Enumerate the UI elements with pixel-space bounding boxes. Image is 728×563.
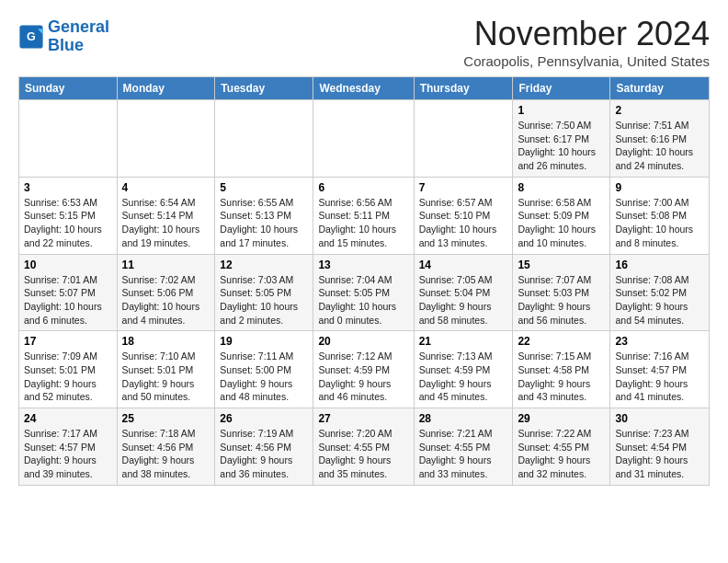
calendar-cell: 6Sunrise: 6:56 AM Sunset: 5:11 PM Daylig… xyxy=(313,177,414,254)
day-detail: Sunrise: 7:17 AM Sunset: 4:57 PM Dayligh… xyxy=(24,427,112,481)
day-detail: Sunrise: 7:51 AM Sunset: 6:16 PM Dayligh… xyxy=(615,119,704,173)
day-detail: Sunrise: 7:09 AM Sunset: 5:01 PM Dayligh… xyxy=(24,350,112,404)
day-header-saturday: Saturday xyxy=(610,77,710,100)
day-detail: Sunrise: 7:07 AM Sunset: 5:03 PM Dayligh… xyxy=(518,273,605,327)
day-number: 9 xyxy=(615,181,704,194)
day-detail: Sunrise: 7:00 AM Sunset: 5:08 PM Dayligh… xyxy=(615,196,704,250)
calendar-cell: 24Sunrise: 7:17 AM Sunset: 4:57 PM Dayli… xyxy=(19,408,118,486)
day-header-tuesday: Tuesday xyxy=(215,77,313,100)
logo-text: General Blue xyxy=(48,18,109,55)
calendar-cell: 19Sunrise: 7:11 AM Sunset: 5:00 PM Dayli… xyxy=(215,331,313,408)
calendar-cell: 22Sunrise: 7:15 AM Sunset: 4:58 PM Dayli… xyxy=(513,331,610,408)
day-number: 24 xyxy=(24,412,112,425)
calendar-cell: 13Sunrise: 7:04 AM Sunset: 5:05 PM Dayli… xyxy=(313,254,414,331)
day-detail: Sunrise: 7:23 AM Sunset: 4:54 PM Dayligh… xyxy=(615,427,704,481)
calendar-header-row: SundayMondayTuesdayWednesdayThursdayFrid… xyxy=(19,77,710,100)
calendar-cell: 14Sunrise: 7:05 AM Sunset: 5:04 PM Dayli… xyxy=(414,254,513,331)
calendar-cell: 16Sunrise: 7:08 AM Sunset: 5:02 PM Dayli… xyxy=(610,254,710,331)
day-number: 11 xyxy=(122,259,210,271)
calendar-cell: 11Sunrise: 7:02 AM Sunset: 5:06 PM Dayli… xyxy=(117,254,215,331)
day-header-wednesday: Wednesday xyxy=(313,77,414,100)
header: G General Blue November 2024 Coraopolis,… xyxy=(18,15,710,69)
logo-icon: G xyxy=(18,24,44,50)
day-detail: Sunrise: 6:58 AM Sunset: 5:09 PM Dayligh… xyxy=(518,196,605,250)
title-area: November 2024 Coraopolis, Pennsylvania, … xyxy=(463,15,710,69)
day-number: 8 xyxy=(518,181,605,194)
calendar-cell: 12Sunrise: 7:03 AM Sunset: 5:05 PM Dayli… xyxy=(215,254,313,331)
calendar-cell: 29Sunrise: 7:22 AM Sunset: 4:55 PM Dayli… xyxy=(513,408,610,486)
day-number: 18 xyxy=(122,335,210,348)
calendar-week-row: 1Sunrise: 7:50 AM Sunset: 6:17 PM Daylig… xyxy=(19,100,710,178)
day-detail: Sunrise: 7:15 AM Sunset: 4:58 PM Dayligh… xyxy=(518,350,605,404)
day-number: 16 xyxy=(615,259,704,271)
day-number: 15 xyxy=(518,259,605,271)
day-number: 6 xyxy=(318,181,408,194)
day-number: 5 xyxy=(220,181,308,194)
day-detail: Sunrise: 6:56 AM Sunset: 5:11 PM Dayligh… xyxy=(318,196,408,250)
day-number: 13 xyxy=(318,259,408,271)
day-number: 2 xyxy=(615,104,704,117)
calendar-cell: 28Sunrise: 7:21 AM Sunset: 4:55 PM Dayli… xyxy=(414,408,513,486)
calendar-cell xyxy=(414,100,513,178)
day-detail: Sunrise: 7:21 AM Sunset: 4:55 PM Dayligh… xyxy=(419,427,508,481)
calendar-cell: 8Sunrise: 6:58 AM Sunset: 5:09 PM Daylig… xyxy=(513,177,610,254)
day-header-friday: Friday xyxy=(513,77,610,100)
day-detail: Sunrise: 7:20 AM Sunset: 4:55 PM Dayligh… xyxy=(318,427,408,481)
day-detail: Sunrise: 6:55 AM Sunset: 5:13 PM Dayligh… xyxy=(220,196,308,250)
logo-line1: General xyxy=(48,17,109,36)
day-number: 23 xyxy=(615,335,704,348)
calendar-cell: 25Sunrise: 7:18 AM Sunset: 4:56 PM Dayli… xyxy=(117,408,215,486)
day-number: 17 xyxy=(24,335,112,348)
logo: G General Blue xyxy=(18,18,109,55)
calendar-cell: 7Sunrise: 6:57 AM Sunset: 5:10 PM Daylig… xyxy=(414,177,513,254)
day-detail: Sunrise: 7:03 AM Sunset: 5:05 PM Dayligh… xyxy=(220,273,308,327)
day-header-sunday: Sunday xyxy=(19,77,118,100)
calendar-cell: 21Sunrise: 7:13 AM Sunset: 4:59 PM Dayli… xyxy=(414,331,513,408)
day-detail: Sunrise: 7:01 AM Sunset: 5:07 PM Dayligh… xyxy=(24,273,112,327)
calendar-cell: 1Sunrise: 7:50 AM Sunset: 6:17 PM Daylig… xyxy=(513,100,610,178)
calendar-cell: 4Sunrise: 6:54 AM Sunset: 5:14 PM Daylig… xyxy=(117,177,215,254)
calendar-cell: 30Sunrise: 7:23 AM Sunset: 4:54 PM Dayli… xyxy=(610,408,710,486)
day-number: 12 xyxy=(220,259,308,271)
day-number: 7 xyxy=(419,181,508,194)
day-number: 29 xyxy=(518,412,605,425)
day-detail: Sunrise: 7:18 AM Sunset: 4:56 PM Dayligh… xyxy=(122,427,210,481)
day-detail: Sunrise: 7:12 AM Sunset: 4:59 PM Dayligh… xyxy=(318,350,408,404)
calendar-cell: 18Sunrise: 7:10 AM Sunset: 5:01 PM Dayli… xyxy=(117,331,215,408)
calendar-cell xyxy=(313,100,414,178)
calendar-week-row: 10Sunrise: 7:01 AM Sunset: 5:07 PM Dayli… xyxy=(19,254,710,331)
day-number: 3 xyxy=(24,181,112,194)
calendar-week-row: 24Sunrise: 7:17 AM Sunset: 4:57 PM Dayli… xyxy=(19,408,710,486)
day-number: 20 xyxy=(318,335,408,348)
calendar-week-row: 3Sunrise: 6:53 AM Sunset: 5:15 PM Daylig… xyxy=(19,177,710,254)
day-number: 10 xyxy=(24,259,112,271)
month-title: November 2024 xyxy=(463,15,710,53)
calendar-cell: 27Sunrise: 7:20 AM Sunset: 4:55 PM Dayli… xyxy=(313,408,414,486)
day-number: 1 xyxy=(518,104,605,117)
day-detail: Sunrise: 7:05 AM Sunset: 5:04 PM Dayligh… xyxy=(419,273,508,327)
day-number: 27 xyxy=(318,412,408,425)
calendar-cell: 20Sunrise: 7:12 AM Sunset: 4:59 PM Dayli… xyxy=(313,331,414,408)
day-detail: Sunrise: 7:08 AM Sunset: 5:02 PM Dayligh… xyxy=(615,273,704,327)
day-detail: Sunrise: 6:54 AM Sunset: 5:14 PM Dayligh… xyxy=(122,196,210,250)
day-header-thursday: Thursday xyxy=(414,77,513,100)
day-number: 25 xyxy=(122,412,210,425)
calendar-cell: 3Sunrise: 6:53 AM Sunset: 5:15 PM Daylig… xyxy=(19,177,118,254)
day-detail: Sunrise: 7:16 AM Sunset: 4:57 PM Dayligh… xyxy=(615,350,704,404)
day-detail: Sunrise: 7:22 AM Sunset: 4:55 PM Dayligh… xyxy=(518,427,605,481)
calendar-week-row: 17Sunrise: 7:09 AM Sunset: 5:01 PM Dayli… xyxy=(19,331,710,408)
calendar-cell: 9Sunrise: 7:00 AM Sunset: 5:08 PM Daylig… xyxy=(610,177,710,254)
calendar-cell xyxy=(117,100,215,178)
day-number: 21 xyxy=(419,335,508,348)
day-detail: Sunrise: 7:04 AM Sunset: 5:05 PM Dayligh… xyxy=(318,273,408,327)
location: Coraopolis, Pennsylvania, United States xyxy=(463,53,710,69)
day-detail: Sunrise: 6:53 AM Sunset: 5:15 PM Dayligh… xyxy=(24,196,112,250)
day-number: 26 xyxy=(220,412,308,425)
day-number: 22 xyxy=(518,335,605,348)
calendar-cell: 15Sunrise: 7:07 AM Sunset: 5:03 PM Dayli… xyxy=(513,254,610,331)
day-header-monday: Monday xyxy=(117,77,215,100)
day-detail: Sunrise: 7:13 AM Sunset: 4:59 PM Dayligh… xyxy=(419,350,508,404)
svg-text:G: G xyxy=(27,30,36,43)
calendar-cell: 26Sunrise: 7:19 AM Sunset: 4:56 PM Dayli… xyxy=(215,408,313,486)
calendar-cell: 2Sunrise: 7:51 AM Sunset: 6:16 PM Daylig… xyxy=(610,100,710,178)
